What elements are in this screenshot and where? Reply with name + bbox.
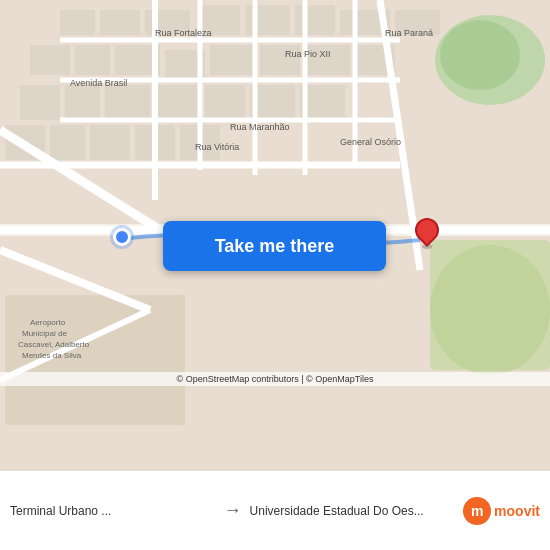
svg-point-2 xyxy=(440,20,520,90)
svg-text:General Osório: General Osório xyxy=(340,137,401,147)
svg-text:Rua Fortaleza: Rua Fortaleza xyxy=(155,28,212,38)
svg-rect-17 xyxy=(210,45,255,75)
svg-rect-13 xyxy=(30,45,70,75)
take-me-there-button[interactable]: Take me there xyxy=(163,221,386,271)
route-info: Terminal Urbano ... → Universidade Estad… xyxy=(10,500,455,521)
svg-rect-6 xyxy=(100,10,140,35)
svg-rect-5 xyxy=(60,10,95,35)
svg-point-4 xyxy=(430,245,550,375)
svg-rect-33 xyxy=(5,295,185,425)
svg-text:Mendes da Silva: Mendes da Silva xyxy=(22,351,82,360)
svg-rect-24 xyxy=(155,85,200,120)
svg-text:Municipal de: Municipal de xyxy=(22,329,67,338)
pin-head xyxy=(410,213,444,247)
destination-marker xyxy=(415,218,439,250)
svg-rect-9 xyxy=(245,5,290,35)
svg-text:Rua Paraná: Rua Paraná xyxy=(385,28,433,38)
map-attribution: © OpenStreetMap contributors | © OpenMap… xyxy=(0,372,550,386)
svg-rect-25 xyxy=(205,85,245,120)
moovit-icon: m xyxy=(463,497,491,525)
svg-text:Cascavel, Adalberto: Cascavel, Adalberto xyxy=(18,340,90,349)
route-to: Universidade Estadual Do Oes... xyxy=(250,504,456,518)
svg-rect-22 xyxy=(65,85,100,120)
svg-rect-30 xyxy=(90,125,130,160)
svg-rect-21 xyxy=(20,85,60,120)
svg-rect-10 xyxy=(295,5,335,35)
moovit-logo-text: moovit xyxy=(494,503,540,519)
current-location-marker xyxy=(113,228,131,246)
svg-text:Rua Maranhão: Rua Maranhão xyxy=(230,122,290,132)
svg-text:Aeroporto: Aeroporto xyxy=(30,318,66,327)
route-arrow-icon: → xyxy=(224,500,242,521)
svg-text:Rua Pio XII: Rua Pio XII xyxy=(285,49,331,59)
svg-text:Avenida Brasil: Avenida Brasil xyxy=(70,78,127,88)
svg-rect-29 xyxy=(50,125,85,160)
moovit-logo: m moovit xyxy=(463,497,540,525)
svg-rect-14 xyxy=(75,45,110,75)
bottom-navigation-bar: Terminal Urbano ... → Universidade Estad… xyxy=(0,470,550,550)
take-me-there-label: Take me there xyxy=(215,236,335,257)
map-container: Rua Fortaleza Avenida Brasil Rua Paraná … xyxy=(0,0,550,470)
svg-rect-23 xyxy=(105,85,150,120)
svg-text:Rua Vitória: Rua Vitória xyxy=(195,142,239,152)
route-from: Terminal Urbano ... xyxy=(10,504,216,518)
